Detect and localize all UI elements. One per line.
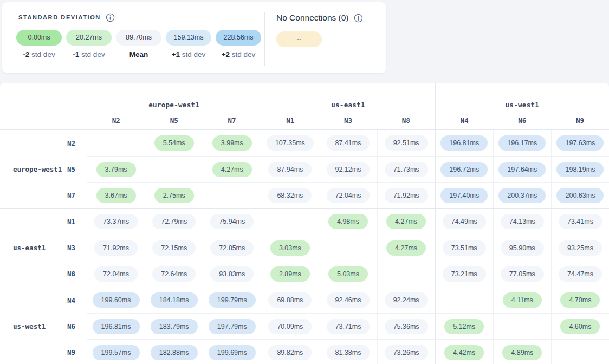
latency-pill[interactable]: 197.63ms — [556, 135, 604, 151]
latency-pill[interactable]: 93.25ms — [559, 240, 602, 256]
latency-pill[interactable]: 196.72ms — [440, 162, 488, 177]
latency-pill[interactable]: 68.32ms — [268, 188, 312, 203]
row-group-label-us-east1: us-east1 — [13, 244, 46, 252]
latency-pill[interactable]: 77.05ms — [501, 266, 544, 282]
latency-pill[interactable]: 74.49ms — [443, 214, 486, 229]
matrix-cell-N9-c8: 4.89ms — [493, 339, 551, 364]
latency-pill[interactable]: 73.21ms — [443, 266, 486, 282]
latency-pill[interactable]: 4.98ms — [328, 214, 368, 229]
latency-pill[interactable]: 197.79ms — [209, 319, 256, 334]
latency-pill[interactable]: 5.12ms — [444, 319, 484, 334]
matrix-cell-N9-c2: 182.88ms — [145, 339, 203, 364]
latency-pill[interactable]: 197.64ms — [498, 162, 546, 177]
latency-pill[interactable]: 196.81ms — [93, 319, 140, 334]
latency-pill[interactable]: 182.88ms — [151, 345, 198, 360]
latency-pill[interactable]: 3.03ms — [270, 240, 310, 256]
latency-pill[interactable]: 69.88ms — [268, 292, 312, 308]
matrix-cell-N4-c4: 69.88ms — [261, 287, 319, 313]
latency-pill[interactable]: 72.15ms — [152, 240, 196, 256]
matrix-cell-N1-c2: 72.79ms — [145, 209, 203, 235]
latency-pill[interactable]: 72.64ms — [152, 266, 196, 282]
latency-pill[interactable]: 92.24ms — [385, 292, 428, 308]
row-header-N1: N1 — [0, 209, 87, 235]
latency-pill[interactable]: 92.12ms — [327, 162, 370, 177]
latency-pill[interactable]: 183.79ms — [151, 319, 198, 334]
column-header-N2: N2 — [87, 116, 145, 125]
latency-pill[interactable]: 198.19ms — [556, 162, 604, 177]
info-icon[interactable] — [354, 14, 363, 23]
matrix-corner-cell — [0, 83, 87, 129]
latency-pill[interactable]: 72.85ms — [210, 240, 254, 256]
latency-pill[interactable]: 197.40ms — [440, 188, 488, 203]
latency-pill[interactable]: 196.17ms — [498, 135, 546, 151]
latency-pill[interactable]: 199.69ms — [209, 345, 256, 360]
latency-pill[interactable]: 72.79ms — [152, 214, 196, 229]
latency-pill[interactable]: 3.67ms — [96, 188, 136, 203]
matrix-cell-N1-c7: 74.49ms — [435, 209, 493, 235]
latency-matrix: europe-west1N2N5N7us-east1N1N3N8us-west1… — [0, 83, 609, 364]
latency-pill[interactable]: 89.82ms — [268, 345, 312, 360]
latency-pill[interactable]: 73.71ms — [327, 319, 370, 334]
latency-pill[interactable]: 5.54ms — [154, 135, 194, 151]
latency-pill[interactable]: 81.38ms — [327, 345, 370, 360]
latency-pill[interactable]: 200.63ms — [556, 188, 604, 203]
latency-pill[interactable]: 199.60ms — [93, 292, 140, 308]
latency-pill[interactable]: 2.75ms — [154, 188, 194, 203]
latency-pill[interactable]: 4.27ms — [386, 240, 426, 256]
latency-pill[interactable]: 196.81ms — [440, 135, 488, 151]
matrix-cell-N7-c5: 72.04ms — [319, 182, 377, 208]
matrix-cell-N7-c7: 197.40ms — [435, 182, 493, 208]
standard-deviation-legend: STANDARD DEVIATION 0.00ms-2 std dev20.27… — [16, 12, 265, 58]
matrix-cell-N5-c2 — [145, 156, 203, 182]
matrix-cell-N8-c8: 77.05ms — [493, 261, 551, 287]
latency-pill[interactable]: 92.51ms — [385, 135, 428, 151]
latency-pill[interactable]: 72.04ms — [327, 188, 370, 203]
legend-pill-value: 20.27ms — [66, 30, 112, 46]
row-header-N7: N7 — [0, 182, 87, 208]
latency-pill[interactable]: 4.11ms — [503, 292, 542, 308]
latency-pill[interactable]: 71.92ms — [94, 240, 138, 256]
legend-card: STANDARD DEVIATION 0.00ms-2 std dev20.27… — [2, 2, 386, 73]
latency-pill[interactable]: 87.94ms — [268, 162, 312, 177]
latency-pill[interactable]: 4.42ms — [444, 345, 484, 360]
latency-pill[interactable]: 72.04ms — [94, 266, 138, 282]
latency-pill[interactable]: 75.36ms — [385, 319, 428, 334]
latency-pill[interactable]: 4.27ms — [386, 214, 426, 229]
latency-pill[interactable]: 70.09ms — [268, 319, 312, 334]
latency-pill[interactable]: 4.89ms — [502, 345, 542, 360]
latency-pill[interactable]: 74.13ms — [501, 214, 544, 229]
latency-pill[interactable]: 73.41ms — [559, 214, 602, 229]
latency-pill[interactable]: 200.37ms — [498, 188, 546, 203]
latency-pill[interactable]: 95.90ms — [501, 240, 544, 256]
latency-pill[interactable]: 73.51ms — [443, 240, 486, 256]
latency-pill[interactable]: 3.99ms — [212, 135, 252, 151]
column-group-us-east1: us-east1N1N3N8 — [261, 83, 435, 129]
latency-pill[interactable]: 5.03ms — [328, 266, 368, 282]
latency-pill[interactable]: 199.79ms — [209, 292, 256, 308]
latency-pill[interactable]: 107.35ms — [267, 135, 314, 151]
matrix-cell-N6-c4: 70.09ms — [261, 313, 319, 339]
latency-pill[interactable]: 3.79ms — [96, 162, 136, 177]
column-header-N5: N5 — [145, 116, 203, 125]
matrix-cell-N9-c3: 199.69ms — [203, 339, 261, 364]
legend-pill-value: 89.70ms — [116, 30, 161, 46]
latency-pill[interactable]: 73.37ms — [94, 214, 138, 229]
latency-pill[interactable]: 4.70ms — [560, 292, 600, 308]
latency-pill[interactable]: 75.94ms — [210, 214, 254, 229]
latency-pill[interactable]: 73.26ms — [385, 345, 428, 360]
matrix-cell-N5-c9: 198.19ms — [551, 156, 609, 182]
latency-pill[interactable]: 199.57ms — [93, 345, 140, 360]
latency-pill[interactable]: 71.73ms — [385, 162, 428, 177]
latency-pill[interactable]: 92.46ms — [327, 292, 370, 308]
info-icon[interactable] — [106, 13, 115, 22]
row-header-N9: N9 — [0, 339, 87, 364]
latency-pill[interactable]: 74.47ms — [559, 266, 602, 282]
latency-pill[interactable]: 71.92ms — [385, 188, 428, 203]
latency-pill[interactable]: 2.89ms — [270, 266, 310, 282]
latency-pill[interactable]: 87.41ms — [327, 135, 370, 151]
latency-pill[interactable]: 4.60ms — [560, 319, 600, 334]
latency-pill[interactable]: 93.83ms — [210, 266, 254, 282]
latency-pill[interactable]: 4.27ms — [212, 162, 252, 177]
latency-pill[interactable]: 184.18ms — [151, 292, 198, 308]
row-header-N2: N2 — [0, 130, 87, 156]
